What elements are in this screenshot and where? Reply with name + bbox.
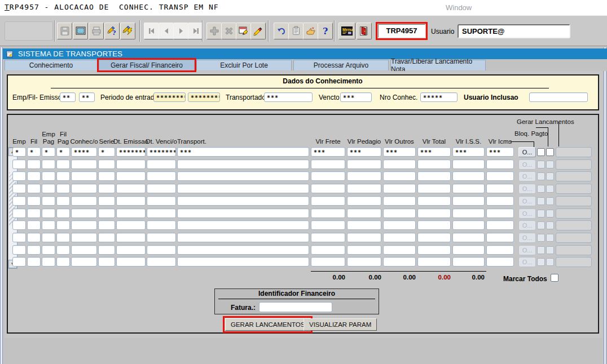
grid-field-vlr-icms[interactable]: [486, 233, 514, 242]
fil-emissora-field[interactable]: **: [79, 92, 95, 102]
grid-field-transport[interactable]: [177, 159, 309, 169]
grid-field-conheco[interactable]: [71, 220, 97, 230]
grid-field-vlr-outros[interactable]: ***: [383, 147, 416, 157]
fatura-field[interactable]: [259, 302, 332, 312]
grid-field-vlr-pedagio[interactable]: ***: [347, 147, 381, 157]
grid-field-conheco[interactable]: [71, 196, 97, 206]
grid-field-vlr-total[interactable]: [417, 233, 451, 242]
tab-processar-arquivo[interactable]: Processar Arquivo: [293, 60, 389, 70]
grid-field-vlr-frete[interactable]: [311, 159, 345, 169]
grid-field-dt-emissao[interactable]: [116, 245, 146, 255]
periodo-de-field[interactable]: ********: [153, 92, 186, 102]
grid-field-vlr-icms[interactable]: [486, 220, 514, 230]
grid-field-dt-vencio[interactable]: [147, 257, 176, 267]
grid-field-dt-vencio[interactable]: [147, 184, 176, 193]
grid-field-emp-pag[interactable]: [42, 208, 55, 218]
grid-field-emp[interactable]: [12, 184, 26, 193]
grid-field-vlr-pedagio[interactable]: [347, 208, 381, 218]
grid-field-vlr-icms[interactable]: [486, 184, 514, 193]
list-of-values-button[interactable]: [303, 23, 318, 39]
grid-field-transport[interactable]: [177, 196, 309, 206]
grid-field-dt-vencio[interactable]: [147, 233, 176, 242]
grid-field-vlr-frete[interactable]: ***: [311, 147, 345, 157]
grid-field-fil-pag[interactable]: [56, 220, 70, 230]
grid-field-fil-pag[interactable]: *: [56, 147, 70, 157]
grid-field-emp[interactable]: [12, 220, 26, 230]
grid-field-vlr-outros[interactable]: [383, 208, 416, 218]
grid-field-serie[interactable]: *: [98, 147, 115, 157]
grid-field-vlr-frete[interactable]: [311, 196, 345, 206]
grid-field-vlr-frete[interactable]: [311, 184, 345, 193]
grid-field-vlr-icms[interactable]: ***: [486, 147, 514, 157]
menu-button[interactable]: Menu: [338, 23, 355, 39]
emp-emissora-field[interactable]: **: [60, 92, 76, 102]
grid-field-emp-pag[interactable]: [42, 184, 55, 193]
grid-field-vlr-frete[interactable]: [311, 245, 345, 255]
bloq-pagto-checkbox-2[interactable]: [546, 148, 554, 156]
grid-field-emp-pag[interactable]: [42, 196, 55, 206]
grid-field-dt-vencio[interactable]: [147, 245, 176, 255]
nro-conhec-field[interactable]: *****: [420, 92, 458, 102]
o-button[interactable]: O...: [518, 147, 536, 157]
usuario-inclusao-field[interactable]: [529, 92, 588, 102]
grid-field-dt-emissao[interactable]: [116, 184, 146, 193]
grid-field-transport[interactable]: [177, 245, 309, 255]
grid-field-serie[interactable]: [98, 196, 115, 206]
grid-field-vlr-iss[interactable]: [452, 159, 485, 169]
grid-field-serie[interactable]: [98, 245, 115, 255]
grid-field-serie[interactable]: [98, 208, 115, 218]
grid-field-conheco[interactable]: [71, 208, 97, 218]
grid-field-dt-emissao[interactable]: [116, 196, 146, 206]
grid-field-fil-pag[interactable]: [56, 208, 70, 218]
grid-field-fil-pag[interactable]: [56, 196, 70, 206]
exit-button[interactable]: [357, 23, 372, 39]
grid-field-emp[interactable]: [12, 196, 26, 206]
gerar-lancamentos-button[interactable]: GERAR LANCAMENTOS: [225, 318, 310, 331]
usuario-field[interactable]: SUPORTE@: [458, 24, 570, 38]
grid-field-fil[interactable]: [27, 257, 41, 267]
grid-field-vlr-total[interactable]: ***: [417, 147, 451, 157]
grid-field-vlr-icms[interactable]: [486, 257, 514, 267]
last-record-button[interactable]: [188, 23, 203, 39]
grid-field-vlr-total[interactable]: [417, 159, 451, 169]
grid-field-vlr-outros[interactable]: [383, 196, 416, 206]
grid-field-vlr-iss[interactable]: [452, 233, 485, 242]
grid-field-emp[interactable]: *: [12, 147, 26, 157]
grid-field-emp-pag[interactable]: *: [42, 147, 55, 157]
grid-field-dt-emissao[interactable]: [116, 233, 146, 242]
vencto-field[interactable]: ***: [340, 92, 372, 102]
grid-field-vlr-frete[interactable]: [311, 208, 345, 218]
grid-field-dt-emissao[interactable]: [116, 208, 146, 218]
grid-field-fil[interactable]: [27, 208, 41, 218]
grid-field-vlr-total[interactable]: [417, 220, 451, 230]
grid-field-vlr-outros[interactable]: [383, 233, 416, 242]
grid-field-conheco[interactable]: ****: [71, 147, 97, 157]
grid-field-conheco[interactable]: [71, 184, 97, 193]
bloq-pagto-checkbox-1[interactable]: [537, 148, 545, 156]
grid-field-transport[interactable]: [177, 257, 309, 267]
grid-field-vlr-iss[interactable]: [452, 257, 485, 267]
grid-field-conheco[interactable]: [71, 171, 97, 181]
grid-field-fil-pag[interactable]: [56, 171, 70, 181]
grid-field-vlr-outros[interactable]: [383, 220, 416, 230]
grid-field-dt-emissao[interactable]: [116, 171, 146, 181]
next-record-button[interactable]: [173, 23, 188, 39]
grid-field-vlr-frete[interactable]: [311, 233, 345, 242]
grid-field-fil[interactable]: [27, 196, 41, 206]
program-code-field[interactable]: TRP4957: [378, 24, 425, 38]
grid-field-emp[interactable]: [12, 233, 26, 242]
grid-field-dt-vencio[interactable]: [147, 208, 176, 218]
grid-field-emp-pag[interactable]: [42, 220, 55, 230]
enter-query-button[interactable]: ?: [104, 23, 120, 39]
clear-button[interactable]: [250, 23, 266, 39]
grid-field-vlr-iss[interactable]: [452, 245, 485, 255]
grid-field-dt-vencio[interactable]: [147, 171, 176, 181]
screen-button[interactable]: [73, 23, 88, 39]
grid-field-vlr-frete[interactable]: [311, 220, 345, 230]
grid-field-dt-vencio[interactable]: [147, 196, 176, 206]
grid-field-vlr-pedagio[interactable]: [347, 257, 381, 267]
grid-field-emp[interactable]: [12, 245, 26, 255]
grid-field-vlr-outros[interactable]: [383, 171, 416, 181]
grid-field-emp-pag[interactable]: [42, 257, 55, 267]
undo-button[interactable]: [274, 23, 289, 39]
